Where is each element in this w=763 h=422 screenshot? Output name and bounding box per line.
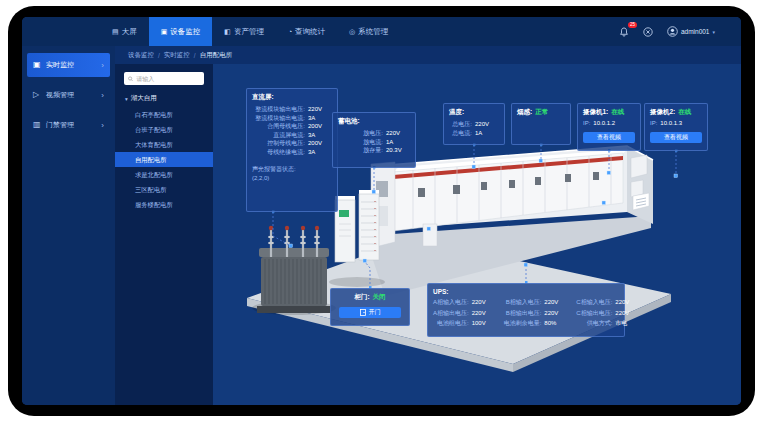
username-label: admin001 [681,28,710,35]
data-row: A相输出电压: 220V [433,309,496,318]
chart-icon: ◔ [288,28,292,35]
transformer [257,226,331,313]
device-bezel: ▤ 大屏 ▣ 设备监控 ◧ 资产管理 [8,6,755,416]
temperature-panel-rows: 总电压: 220V 总电流: 1A [449,120,499,137]
fullscreen-icon [643,27,653,37]
realtime-icon: ▣ [33,61,42,69]
topbar-actions: 25 admin001 [619,26,715,37]
avatar-icon [667,26,678,37]
tree-item-substation[interactable]: 大体育配电所 [115,137,213,152]
sidebar-item-label: 实时监控 [46,60,74,70]
sidebar-item-label: 视频管理 [46,90,74,100]
data-row: 总电流: 1A [449,129,499,138]
data-row: 电池组电压: 100V [433,319,496,328]
camera2-title: 摄像机2: [650,108,675,117]
temperature-panel-title: 温度: [449,108,499,117]
tree-item-substation[interactable]: 三区配电所 [115,182,213,197]
gear-icon: ◎ [349,28,355,35]
video-icon: ▷ [33,91,42,99]
dc-screen-panel: 直流屏: 整流模块输出电压: 220V [246,88,338,212]
data-row: 供电方式: 市电 [576,319,639,328]
sidebar-item[interactable]: ▥ 门禁管理 › [27,113,110,137]
data-row: 电池剩余电量: 80% [504,319,569,328]
tree-search-box [124,72,204,85]
camera2-view-video-button[interactable]: 查看视频 [650,132,702,143]
chevron-right-icon: › [101,61,104,70]
fullscreen-button[interactable] [643,26,654,37]
data-row: C相输入电压: 220V [576,298,639,307]
camera2-status: 在线 [678,108,691,117]
breadcrumb-separator: / [158,52,160,59]
nav-tab[interactable]: ▣ 设备监控 [149,17,213,46]
data-row: 合闸母线电压: 200V [252,122,332,131]
data-row: 放电压: 220V [338,129,410,138]
user-menu[interactable]: admin001 ▾ [667,26,715,37]
nav-tab[interactable]: ▤ 大屏 [100,17,149,46]
camera1-ip-label: IP: [583,119,590,128]
smoke-status: 正常 [535,108,548,117]
smoke-sensor-panel: 烟感: 正常 [511,103,571,145]
ups-panel-grid: A相输入电压: 220V B相输入电压: 220V [433,298,619,328]
dc-panel-rows: 整流模块输出电压: 220V 整流模块输出电流: 3A [252,105,332,156]
nav-tab[interactable]: ◎ 系统管理 [337,17,400,46]
breadcrumb-separator: / [194,52,196,59]
tree-item-substation[interactable]: 白石亭配电所 [115,107,213,122]
sidebar-item[interactable]: ▣ 实时监控 › [27,53,110,77]
screenshot-stage: ▤ 大屏 ▣ 设备监控 ◧ 资产管理 [0,0,763,422]
door-icon [360,309,366,316]
nav-tab[interactable]: ◧ 资产管理 [212,17,276,46]
door-label: 柜门: [354,293,369,302]
battery-panel: 蓄电池: 放电压: 220V [332,112,416,168]
breadcrumb: 设备监控 / 实时监控 / 自用配电所 [115,46,741,64]
chevron-down-icon: ▾ [712,29,715,35]
tree-items: 白石亭配电所 台班子配电所 大体育配电所 自用配电所 求是北配电所 [115,107,213,212]
battery-cabinet [335,190,379,262]
dc-panel-title: 直流屏: [252,93,332,102]
data-row: B相输入电压: 220V [504,298,569,307]
nav-tabs: ▤ 大屏 ▣ 设备监控 ◧ 资产管理 [100,17,400,46]
tree-search-input[interactable] [136,76,200,82]
camera1-status: 在线 [611,108,624,117]
nav-tab[interactable]: ◔ 查询统计 [276,17,337,46]
breadcrumb-current: 自用配电所 [200,51,233,60]
chevron-right-icon: › [101,121,104,130]
chevron-right-icon: › [101,91,104,100]
temperature-panel: 温度: 总电压: 220V [443,103,505,145]
camera1-panel: 摄像机1: 在线 IP: 10.0.1.2 查看视频 [577,103,641,151]
door-status: 关闭 [373,293,386,302]
sidebar-item[interactable]: ▷ 视频管理 › [27,83,110,107]
battery-panel-rows: 放电压: 220V 放电流: 1A [338,129,410,155]
tree-root-label: 湖大自用 [131,94,157,103]
data-row: 控制母线电压: 200V [252,139,332,148]
battery-panel-title: 蓄电池: [338,117,410,126]
monitoring-app: ▤ 大屏 ▣ 设备监控 ◧ 资产管理 [22,17,741,405]
data-row: 整流模块输出电压: 220V [252,105,332,114]
notification-bell-button[interactable]: 25 [619,26,630,37]
nav-tab-label: 系统管理 [358,27,388,37]
open-door-button[interactable]: 开门 [339,307,401,318]
camera1-ip: 10.0.1.2 [593,119,615,128]
camera2-ip: 10.0.1.3 [660,119,682,128]
access-icon: ▥ [33,121,42,129]
tree-item-substation[interactable]: 求是北配电所 [115,167,213,182]
tree-item-substation[interactable]: 台班子配电所 [115,122,213,137]
breadcrumb-item[interactable]: 设备监控 [128,51,154,60]
data-row: 放存量: 20.3V [338,146,410,155]
tree-item-substation[interactable]: 自用配电所 [115,152,213,167]
caret-down-icon: ▾ [125,96,128,102]
cabinet-door-panel: 柜门: 关闭 开门 [330,288,410,326]
nav-tab-label: 资产管理 [234,27,264,37]
breadcrumb-item[interactable]: 实时监控 [164,51,190,60]
primary-sidebar: ▣ 实时监控 › ▷ 视频管理 › ▥ 门禁管理 [22,46,115,405]
tree-root-node[interactable]: ▾ 湖大自用 [115,94,213,103]
data-row: 母线绝缘电流: 3A [252,148,332,157]
tree-item-substation[interactable]: 服务楼配电所 [115,197,213,212]
data-row: 直流屏电流: 3A [252,131,332,140]
camera1-view-video-button[interactable]: 查看视频 [583,132,635,143]
ups-panel-title: UPS: [433,288,619,295]
smoke-label: 烟感: [517,108,532,117]
asset-icon: ◧ [224,28,231,35]
data-row: C相输出电压: 220V [576,309,639,318]
search-icon [128,76,133,82]
data-row: 整流模块输出电流: 3A [252,114,332,123]
